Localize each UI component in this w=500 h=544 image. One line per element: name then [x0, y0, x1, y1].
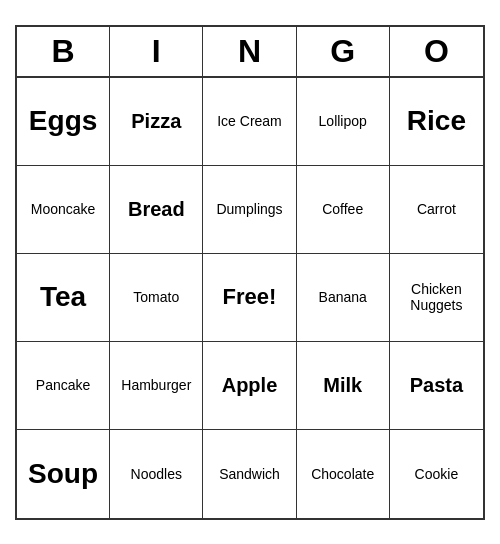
bingo-cell: Free!	[203, 254, 296, 342]
bingo-cell: Apple	[203, 342, 296, 430]
bingo-grid: EggsPizzaIce CreamLollipopRiceMooncakeBr…	[17, 78, 483, 518]
bingo-cell: Milk	[297, 342, 390, 430]
bingo-cell: Sandwich	[203, 430, 296, 518]
bingo-cell: Noodles	[110, 430, 203, 518]
bingo-card: BINGO EggsPizzaIce CreamLollipopRiceMoon…	[15, 25, 485, 520]
bingo-cell: Tomato	[110, 254, 203, 342]
bingo-cell: Hamburger	[110, 342, 203, 430]
bingo-cell: Pizza	[110, 78, 203, 166]
bingo-cell: Mooncake	[17, 166, 110, 254]
header-letter: O	[390, 27, 483, 76]
bingo-cell: Lollipop	[297, 78, 390, 166]
bingo-cell: Rice	[390, 78, 483, 166]
bingo-cell: Carrot	[390, 166, 483, 254]
bingo-cell: Eggs	[17, 78, 110, 166]
bingo-cell: Pancake	[17, 342, 110, 430]
bingo-cell: Soup	[17, 430, 110, 518]
bingo-cell: Dumplings	[203, 166, 296, 254]
bingo-cell: Coffee	[297, 166, 390, 254]
bingo-cell: Tea	[17, 254, 110, 342]
bingo-cell: Ice Cream	[203, 78, 296, 166]
header-letter: G	[297, 27, 390, 76]
bingo-cell: Chicken Nuggets	[390, 254, 483, 342]
bingo-cell: Bread	[110, 166, 203, 254]
header-letter: N	[203, 27, 296, 76]
bingo-cell: Cookie	[390, 430, 483, 518]
bingo-cell: Pasta	[390, 342, 483, 430]
bingo-cell: Chocolate	[297, 430, 390, 518]
bingo-header: BINGO	[17, 27, 483, 78]
header-letter: I	[110, 27, 203, 76]
header-letter: B	[17, 27, 110, 76]
bingo-cell: Banana	[297, 254, 390, 342]
